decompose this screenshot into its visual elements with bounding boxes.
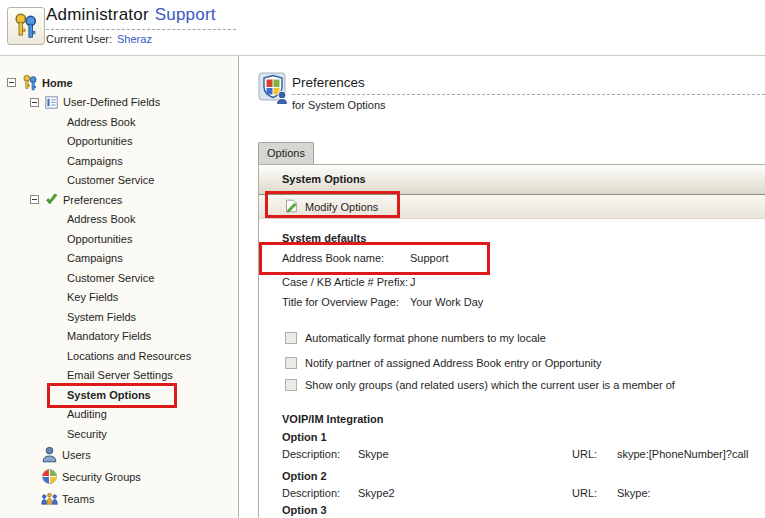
app-header: AdministratorSupport Current User:Sheraz: [0, 0, 765, 56]
description-value: Skype: [358, 447, 572, 461]
current-user-label: Current User:: [46, 33, 112, 45]
sidebar-item-label: Locations and Resources: [67, 350, 191, 362]
modify-options-label: Modify Options: [305, 201, 378, 213]
sidebar-item-label: Campaigns: [67, 155, 123, 167]
sidebar-item-customer-service[interactable]: Customer Service: [0, 171, 238, 191]
main-content: Preferences for System Options Options S…: [240, 56, 765, 518]
panel-title: System Options: [259, 165, 765, 195]
page-title: Preferences: [292, 75, 365, 90]
sidebar-item-address-book[interactable]: Address Book: [0, 112, 238, 132]
sidebar-item-campaigns[interactable]: Campaigns: [0, 249, 238, 269]
sidebar-item-label: Customer Service: [67, 272, 154, 284]
sidebar-item-security-groups[interactable]: Security Groups: [0, 466, 238, 488]
sidebar-item-label: User-Defined Fields: [63, 96, 160, 108]
checkbox-row-format-phone-numbers: Automatically format phone numbers to my…: [285, 331, 765, 345]
sidebar-item-label: Key Fields: [67, 291, 118, 303]
app-title: AdministratorSupport: [46, 5, 216, 25]
description-label: Description:: [282, 447, 358, 461]
field-value: Your Work Day: [410, 295, 483, 309]
tree-expander-minus-icon[interactable]: [30, 195, 39, 204]
voip-option-3-name: Option 3: [282, 503, 765, 517]
tab-options[interactable]: Options: [258, 142, 314, 164]
sidebar-item-customer-service[interactable]: Customer Service: [0, 268, 238, 288]
sidebar-navigation: Home User-Defined Fields Address Book Op…: [0, 56, 239, 518]
sidebar-item-system-options[interactable]: System Options: [0, 385, 238, 405]
sidebar-item-label: Opportunities: [67, 135, 132, 147]
voip-option-2-details: Description: Skype2 URL: Skype:: [282, 486, 765, 500]
tree-expander-minus-icon[interactable]: [7, 78, 16, 87]
panel-content: System defaults Address Book name: Suppo…: [259, 219, 765, 517]
voip-option-1-details: Description: Skype URL: skype:[PhoneNumb…: [282, 447, 765, 461]
edit-pencil-icon: [284, 199, 298, 215]
checkbox-row-show-only-groups: Show only groups (and related users) whi…: [285, 378, 765, 392]
checkbox-label: Notify partner of assigned Address Book …: [305, 357, 602, 369]
sidebar-item-home[interactable]: Home: [0, 73, 238, 93]
sidebar-item-locations-and-resources[interactable]: Locations and Resources: [0, 346, 238, 366]
url-value: skype:[PhoneNumber]?call: [617, 447, 748, 461]
preferences-check-icon: [44, 193, 58, 207]
app-icon-frame: [7, 7, 45, 45]
sidebar-item-preferences[interactable]: Preferences: [0, 190, 238, 210]
sidebar-item-label: Teams: [62, 493, 94, 505]
sidebar-item-label: Address Book: [67, 213, 135, 225]
sidebar-item-label: Security: [67, 428, 107, 440]
voip-option-1-name: Option 1: [282, 430, 765, 444]
sidebar-item-label: Email Server Settings: [67, 369, 173, 381]
page-subtitle: for System Options: [292, 99, 386, 111]
preferences-shield-icon: [256, 71, 290, 105]
sidebar-item-user-defined-fields[interactable]: User-Defined Fields: [0, 93, 238, 113]
tree-expander-minus-icon[interactable]: [30, 98, 39, 107]
sidebar-item-label: Mandatory Fields: [67, 330, 151, 342]
sidebar-item-security[interactable]: Security: [0, 424, 238, 444]
description-value: Skype2: [358, 486, 572, 500]
sidebar-item-label: Customer Service: [67, 174, 154, 186]
field-address-book-name: Address Book name: Support: [282, 251, 765, 265]
app-title-addressbook-name: Support: [155, 5, 216, 24]
sidebar-item-auditing[interactable]: Auditing: [0, 405, 238, 425]
checkbox-unchecked[interactable]: [285, 379, 297, 391]
field-label: Title for Overview Page:: [282, 295, 410, 309]
sidebar-item-teams[interactable]: Teams: [0, 488, 238, 510]
checkbox-row-notify-partner: Notify partner of assigned Address Book …: [285, 356, 765, 370]
field-label: Address Book name:: [282, 251, 410, 265]
sidebar-tree: Home User-Defined Fields Address Book Op…: [0, 73, 238, 510]
current-user-line: Current User:Sheraz: [46, 33, 152, 45]
description-label: Description:: [282, 486, 358, 500]
modify-options-button[interactable]: Modify Options: [284, 199, 378, 215]
field-label: Case / KB Article # Prefix:: [282, 275, 410, 289]
sidebar-item-label: Preferences: [63, 194, 122, 206]
sidebar-item-mandatory-fields[interactable]: Mandatory Fields: [0, 327, 238, 347]
sidebar-item-opportunities[interactable]: Opportunities: [0, 229, 238, 249]
panel-toolbar: Modify Options: [259, 195, 765, 219]
teams-icon: [40, 490, 59, 508]
sidebar-item-key-fields[interactable]: Key Fields: [0, 288, 238, 308]
double-keys-icon: [13, 12, 40, 41]
url-value: Skype:: [617, 486, 651, 500]
checkbox-unchecked[interactable]: [285, 332, 297, 344]
title-underline: [46, 29, 236, 30]
sidebar-item-label: Address Book: [67, 116, 135, 128]
voip-option-2-name: Option 2: [282, 469, 765, 483]
sidebar-item-label: Opportunities: [67, 233, 132, 245]
sidebar-item-label: System Options: [67, 389, 151, 401]
url-label: URL:: [572, 447, 617, 461]
user-icon: [40, 446, 59, 464]
checkbox-label: Automatically format phone numbers to my…: [305, 332, 546, 344]
home-keys-icon: [21, 74, 39, 92]
sidebar-item-campaigns[interactable]: Campaigns: [0, 151, 238, 171]
security-groups-icon: [40, 468, 59, 486]
checkbox-unchecked[interactable]: [285, 357, 297, 369]
sidebar-item-label: Users: [62, 449, 91, 461]
sidebar-item-label: Campaigns: [67, 252, 123, 264]
sidebar-item-opportunities[interactable]: Opportunities: [0, 132, 238, 152]
sidebar-item-label: Home: [42, 77, 73, 89]
sidebar-item-system-fields[interactable]: System Fields: [0, 307, 238, 327]
sidebar-item-label: System Fields: [67, 311, 136, 323]
sidebar-item-address-book[interactable]: Address Book: [0, 210, 238, 230]
field-value: Support: [410, 251, 449, 265]
section-heading-voip-im-integration: VOIP/IM Integration: [282, 412, 765, 426]
administrator-window: AdministratorSupport Current User:Sheraz…: [0, 0, 765, 518]
user-defined-fields-icon: [44, 95, 58, 109]
sidebar-item-users[interactable]: Users: [0, 444, 238, 466]
sidebar-item-email-server-settings[interactable]: Email Server Settings: [0, 366, 238, 386]
